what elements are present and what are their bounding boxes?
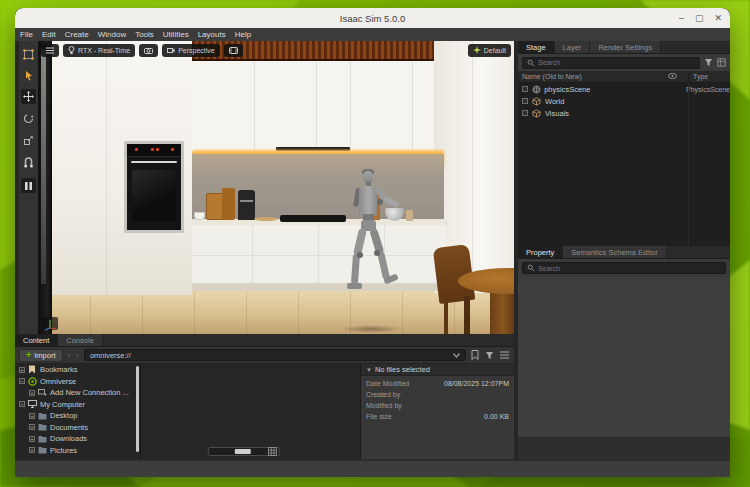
file-listing[interactable]	[141, 364, 361, 459]
row-checkbox[interactable]	[522, 86, 528, 92]
pause-button-icon[interactable]	[21, 178, 36, 193]
capture-button[interactable]	[139, 44, 158, 57]
chevron-down-icon[interactable]	[453, 353, 460, 358]
camera-icon	[144, 47, 153, 54]
expander-icon[interactable]: +	[29, 436, 35, 442]
stage-tree: physicsScene PhysicsScene World Visuals	[518, 83, 730, 246]
menu-window[interactable]: Window	[98, 30, 126, 39]
expander-icon[interactable]: +	[19, 367, 25, 373]
property-search[interactable]	[522, 262, 726, 274]
stage-row-physicsscene[interactable]: physicsScene PhysicsScene	[518, 83, 730, 95]
detail-modified-by: Modified by	[366, 402, 509, 409]
stage-row-world[interactable]: World	[518, 95, 730, 107]
tab-property[interactable]: Property	[518, 246, 563, 258]
expander-icon[interactable]: −	[19, 378, 25, 384]
expander-icon[interactable]: +	[29, 390, 35, 396]
options-icon[interactable]	[717, 58, 726, 67]
menu-file[interactable]: File	[20, 30, 33, 39]
forward-button[interactable]: ›	[75, 351, 80, 360]
expander-icon[interactable]: +	[29, 447, 35, 453]
viewport[interactable]: RTX - Real-Time Perspective Default	[38, 41, 514, 334]
physics-scene-icon	[532, 85, 541, 94]
file-details-panel: ▼ No files selected Date Modified 08/08/…	[361, 364, 514, 459]
import-button[interactable]: + Import	[19, 349, 63, 362]
name-column-header[interactable]: Name (Old to New)	[518, 73, 668, 80]
close-button[interactable]: ✕	[714, 14, 722, 23]
filter-button[interactable]	[484, 351, 495, 360]
maximize-button[interactable]: ▢	[695, 14, 704, 23]
tree-item-add-new-connection[interactable]: + Add New Connection ...	[15, 387, 140, 399]
snap-tool-icon[interactable]	[21, 155, 36, 170]
row-checkbox[interactable]	[522, 98, 528, 104]
menu-create[interactable]: Create	[65, 30, 89, 39]
menu-utilities[interactable]: Utilities	[163, 30, 189, 39]
plate	[254, 217, 278, 221]
chair-legs	[444, 296, 470, 334]
tab-layer[interactable]: Layer	[555, 41, 591, 53]
left-toolbar	[15, 41, 38, 334]
renderer-mode-dropdown[interactable]: RTX - Real-Time	[63, 44, 135, 57]
status-bar	[15, 460, 730, 477]
property-search-input[interactable]	[538, 265, 721, 272]
menu-edit[interactable]: Edit	[42, 30, 56, 39]
cutting-board	[222, 188, 235, 220]
titlebar[interactable]: Isaac Sim 5.0.0 – ▢ ✕	[15, 8, 730, 28]
detail-date-modified: Date Modified 08/08/2025 12:07PM	[366, 380, 509, 387]
tab-content[interactable]: Content	[15, 334, 58, 346]
camera-dropdown[interactable]: Perspective	[162, 44, 220, 57]
property-tabs: Property Semantics Schema Editor	[518, 246, 730, 259]
selection-mode-icon[interactable]	[21, 47, 36, 62]
tree-item-omniverse[interactable]: − Omniverse	[15, 376, 140, 388]
slider-handle[interactable]	[234, 449, 250, 454]
axis-gizmo[interactable]	[42, 317, 58, 330]
stage-search-input[interactable]	[538, 59, 695, 66]
expander-icon[interactable]: −	[19, 401, 25, 407]
tree-item-desktop[interactable]: + Desktop	[15, 410, 140, 422]
tree-item-pictures[interactable]: + Pictures	[15, 445, 140, 457]
lighting-preset-dropdown[interactable]: Default	[468, 44, 511, 57]
expander-icon[interactable]: +	[29, 413, 35, 419]
tree-item-bookmarks[interactable]: + Bookmarks	[15, 364, 140, 376]
visibility-column-header[interactable]	[668, 73, 688, 80]
property-search-row	[518, 259, 730, 277]
move-tool-icon[interactable]	[21, 89, 36, 104]
row-checkbox[interactable]	[522, 110, 528, 116]
address-bar[interactable]	[84, 349, 466, 361]
tab-semantics-schema-editor[interactable]: Semantics Schema Editor	[563, 246, 666, 258]
folder-icon	[38, 423, 48, 431]
viewport-menu-button[interactable]	[41, 44, 59, 57]
tree-item-root-slash[interactable]: + /	[15, 456, 140, 459]
render-settings-button[interactable]	[224, 44, 243, 57]
select-tool-icon[interactable]	[21, 68, 36, 83]
folder-icon	[38, 412, 48, 420]
grid-view-toggle[interactable]	[268, 447, 278, 456]
type-column-header[interactable]: Type	[688, 73, 730, 80]
scale-tool-icon[interactable]	[21, 133, 36, 148]
xform-cube-icon	[532, 109, 542, 118]
bookmark-button[interactable]	[470, 350, 480, 360]
tree-item-my-computer[interactable]: − My Computer	[15, 399, 140, 411]
sun-icon	[473, 46, 481, 54]
expander-icon[interactable]: +	[29, 424, 35, 430]
tree-item-downloads[interactable]: + Downloads	[15, 433, 140, 445]
details-header[interactable]: ▼ No files selected	[361, 364, 514, 376]
menu-layouts[interactable]: Layouts	[198, 30, 226, 39]
back-button[interactable]: ‹	[67, 351, 72, 360]
view-mode-button[interactable]	[499, 351, 510, 359]
menu-tools[interactable]: Tools	[135, 30, 154, 39]
tab-render-settings[interactable]: Render Settings	[590, 41, 661, 53]
renderer-mode-label: RTX - Real-Time	[78, 47, 130, 54]
stage-search[interactable]	[522, 57, 700, 69]
tree-item-documents[interactable]: + Documents	[15, 422, 140, 434]
rotate-tool-icon[interactable]	[21, 111, 36, 126]
address-input[interactable]	[90, 351, 453, 360]
menu-help[interactable]: Help	[235, 30, 251, 39]
eye-icon	[668, 73, 677, 79]
filter-icon[interactable]	[704, 58, 713, 67]
tree-scrollbar[interactable]	[136, 366, 139, 452]
minimize-button[interactable]: –	[679, 14, 684, 23]
stage-row-visuals[interactable]: Visuals	[518, 107, 730, 119]
tab-console[interactable]: Console	[58, 334, 103, 346]
tab-stage[interactable]: Stage	[518, 41, 555, 53]
humanoid-robot[interactable]	[336, 167, 408, 331]
